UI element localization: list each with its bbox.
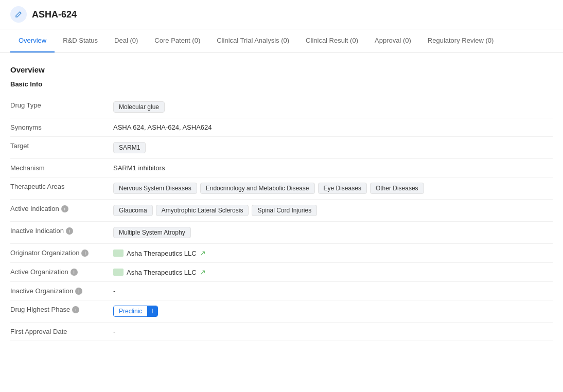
tag: Amyotrophic Lateral Sclerosis [156,205,249,216]
tabs-bar: OverviewR&D StatusDeal (0)Core Patent (0… [0,29,563,53]
phase-badge: PreclinicI [113,306,158,317]
org-name: Asha Therapeutics LLC [127,269,197,276]
info-label: Drug Type [10,101,113,109]
info-row: Drug Highest PhaseiPreclinicI [10,300,553,323]
phase-label: Preclinic [114,306,147,316]
info-value: Multiple System Atrophy [113,227,553,238]
info-value: SARM1 [113,142,553,153]
info-icon[interactable]: i [72,306,79,313]
info-row: Therapeutic AreasNervous System Diseases… [10,177,553,200]
tab-r-d-status[interactable]: R&D Status [55,29,106,52]
tag: Endocrinology and Metabolic Disease [200,183,315,194]
info-value: - [113,287,553,295]
org-icon [113,250,124,257]
info-label: Synonyms [10,123,113,131]
tag: SARM1 [113,142,146,153]
org-link[interactable]: Asha Therapeutics LLC↗ [113,249,206,257]
info-value: GlaucomaAmyotrophic Lateral SclerosisSpi… [113,205,553,216]
org-external-link-icon[interactable]: ↗ [200,249,206,257]
tag: Eye Diseases [318,183,367,194]
info-icon[interactable]: i [61,205,68,212]
info-value: Asha Therapeutics LLC↗ [113,268,553,276]
info-icon[interactable]: i [81,250,89,257]
info-label: Active Organizationi [10,268,113,276]
info-row: Active OrganizationiAsha Therapeutics LL… [10,263,553,282]
tab-deal--0-[interactable]: Deal (0) [106,29,146,52]
tag: Spinal Cord Injuries [252,205,317,216]
info-row: SynonymsASHA 624, ASHA-624, ASHA624 [10,118,553,137]
info-row: First Approval Date- [10,323,553,341]
tag: Nervous System Diseases [113,183,197,194]
tag: Molecular glue [113,101,165,113]
tag: Other Diseases [370,183,424,194]
info-icon[interactable]: i [66,227,73,235]
info-value: Nervous System DiseasesEndocrinology and… [113,183,553,194]
info-value: Molecular glue [113,101,553,113]
tab-clinical-trial-analysis--0-[interactable]: Clinical Trial Analysis (0) [208,29,297,52]
header: ASHA-624 [0,0,563,29]
info-value: Asha Therapeutics LLC↗ [113,249,553,257]
info-label: Drug Highest Phasei [10,306,113,313]
info-label: Originator Organizationi [10,249,113,257]
info-label: Target [10,142,113,150]
page-title: ASHA-624 [32,9,77,20]
info-icon[interactable]: i [75,288,82,295]
info-icon[interactable]: i [71,269,78,276]
info-label: Inactive Organizationi [10,287,113,295]
info-row: MechanismSARM1 inhibitors [10,159,553,177]
info-value: SARM1 inhibitors [113,164,553,172]
info-label: Inactive Indicationi [10,227,113,235]
info-row: TargetSARM1 [10,137,553,159]
info-row: Drug TypeMolecular glue [10,96,553,118]
info-row: Originator OrganizationiAsha Therapeutic… [10,244,553,263]
content-area: Overview Basic Info Drug TypeMolecular g… [0,53,563,353]
header-icon [10,6,27,23]
tab-approval--0-[interactable]: Approval (0) [366,29,419,52]
sub-section-title: Basic Info [10,80,553,88]
info-label: First Approval Date [10,328,113,335]
info-label: Therapeutic Areas [10,183,113,190]
info-label: Mechanism [10,164,113,172]
tab-clinical-result--0-[interactable]: Clinical Result (0) [297,29,366,52]
org-link[interactable]: Asha Therapeutics LLC↗ [113,268,206,276]
info-value: PreclinicI [113,306,553,317]
info-value: ASHA 624, ASHA-624, ASHA624 [113,123,553,131]
info-row: Inactive IndicationiMultiple System Atro… [10,222,553,244]
org-icon [113,269,124,276]
section-title: Overview [10,65,553,74]
tag: Multiple System Atrophy [113,227,191,238]
tab-core-patent--0-[interactable]: Core Patent (0) [146,29,208,52]
tag: Glaucoma [113,205,153,216]
info-row: Inactive Organizationi- [10,282,553,300]
info-label: Active Indicationi [10,205,113,212]
org-external-link-icon[interactable]: ↗ [200,268,206,276]
phase-number: I [147,306,157,316]
info-row: Active IndicationiGlaucomaAmyotrophic La… [10,200,553,222]
tab-regulatory-review--0-[interactable]: Regulatory Review (0) [419,29,502,52]
tab-overview[interactable]: Overview [10,29,55,52]
info-value: - [113,328,553,335]
org-name: Asha Therapeutics LLC [127,250,197,257]
